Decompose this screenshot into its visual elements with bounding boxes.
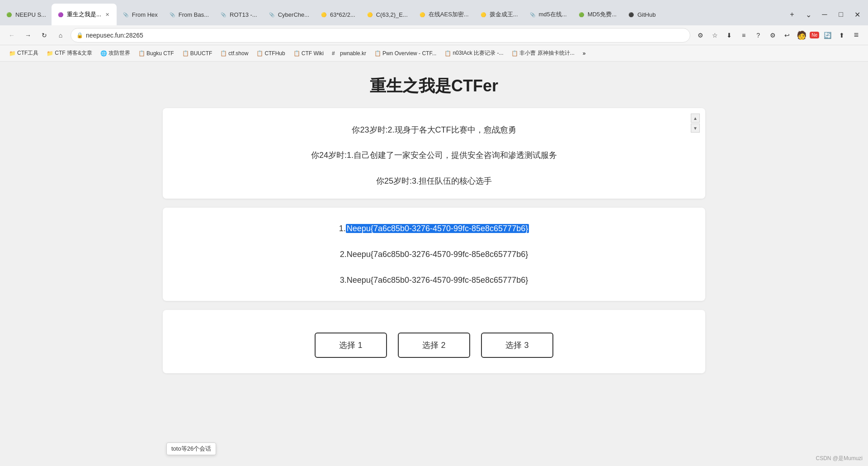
tab-list-button[interactable]: ⌄ bbox=[801, 7, 816, 22]
bookmark-item-5[interactable]: 📋ctf.show bbox=[217, 48, 252, 58]
tab-label-github: GitHub bbox=[637, 11, 656, 18]
option-1: 1.Neepu{7a6c85b0-3276-4570-99fc-85e8c657… bbox=[181, 222, 687, 235]
bookmark-label-7: CTF Wiki bbox=[302, 50, 324, 57]
new-tab-button[interactable]: + bbox=[785, 7, 799, 22]
new-badge: Ne bbox=[810, 32, 819, 38]
bookmark-button[interactable]: ☆ bbox=[708, 29, 721, 42]
bookmarks-more[interactable]: » bbox=[579, 48, 590, 58]
profile-button[interactable]: 🧑 bbox=[795, 29, 808, 42]
story-card: ▲ ▼ 你23岁时:2.现身于各大CTF比赛中，愈战愈勇你24岁时:1.自己创建… bbox=[163, 108, 705, 199]
tab-favicon-cyberche: 📎 bbox=[268, 11, 275, 18]
bookmark-icon-3: 📋 bbox=[138, 50, 145, 57]
options-card: 1.Neepu{7a6c85b0-3276-4570-99fc-85e8c657… bbox=[163, 208, 705, 301]
bookmark-label-9: Pwn Overview - CTF... bbox=[382, 50, 436, 57]
more-button[interactable]: ≡ bbox=[850, 29, 863, 42]
bookmark-icon-5: 📋 bbox=[220, 50, 226, 57]
close-window-button[interactable]: ✕ bbox=[850, 7, 864, 22]
story-item-2: 你25岁时:3.担任队伍的核心选手 bbox=[181, 174, 687, 188]
maximize-button[interactable]: □ bbox=[834, 7, 848, 22]
tab-github[interactable]: ⚫ GitHub bbox=[622, 4, 661, 25]
bookmark-icon-4: 📋 bbox=[182, 50, 189, 57]
scroll-down-button[interactable]: ▼ bbox=[691, 124, 700, 133]
bookmark-item-7[interactable]: 📋CTF Wiki bbox=[290, 48, 327, 58]
tab-favicon-frombase: 📎 bbox=[169, 11, 176, 18]
tab-close-active[interactable]: ✕ bbox=[104, 11, 111, 18]
watermark: CSDN @是Mumuzi bbox=[816, 455, 863, 462]
bookmark-icon-11: 📋 bbox=[511, 50, 518, 57]
back-button[interactable]: ← bbox=[5, 29, 18, 42]
scroll-up-button[interactable]: ▲ bbox=[691, 114, 700, 123]
reading-list-button[interactable]: ≡ bbox=[737, 29, 750, 42]
url-bar[interactable]: 🔒 neepusec.fun:28265 bbox=[71, 28, 690, 43]
tab-label-frombase: From Bas... bbox=[179, 11, 209, 18]
option-1-prefix: 1. bbox=[339, 224, 346, 233]
tab-favicon-aes: 🟡 bbox=[419, 11, 426, 18]
bookmark-icon-8: # bbox=[332, 50, 338, 57]
bookmark-item-10[interactable]: 📋n03tAck 比赛记录 -... bbox=[441, 48, 507, 59]
tab-frombase[interactable]: 📎 From Bas... bbox=[163, 4, 214, 25]
tab-fromhex[interactable]: 📎 From Hex bbox=[117, 4, 163, 25]
tab-favicon-md5free: 🟢 bbox=[578, 11, 585, 18]
tab-active[interactable]: 🟣 重生之我是... ✕ bbox=[52, 4, 117, 25]
refresh-button[interactable]: ↻ bbox=[38, 29, 51, 42]
tab-label-neepu: NEEPU S... bbox=[15, 11, 46, 18]
bookmark-label-6: CTFHub bbox=[264, 50, 285, 57]
tab-label-active: 重生之我是... bbox=[67, 10, 101, 19]
url-text: neepusec.fun:28265 bbox=[86, 32, 684, 39]
tab-label-fromhex: From Hex bbox=[132, 11, 158, 18]
bookmark-item-6[interactable]: 📋CTFHub bbox=[253, 48, 288, 58]
tab-calc2[interactable]: 🟡 C(63,2)_E... bbox=[361, 4, 413, 25]
story-item-1: 你24岁时:1.自己创建了一家安全公司，提供安全咨询和渗透测试服务 bbox=[181, 148, 687, 162]
tab-neepu[interactable]: 🟢 NEEPU S... bbox=[0, 4, 52, 25]
bookmark-icon-0: 📁 bbox=[9, 50, 15, 57]
nav-right-buttons: ⚙ ☆ ⬇ ≡ ? ⚙ ↩ 🧑 Ne 🔄 ⬆ ≡ bbox=[694, 29, 863, 42]
home-button[interactable]: ⌂ bbox=[54, 29, 67, 42]
bookmark-item-11[interactable]: 📋非小曹 原神抽卡统计... bbox=[508, 48, 578, 59]
choice-button-1[interactable]: 选择 1 bbox=[315, 333, 387, 358]
bookmark-label-0: CTF工具 bbox=[17, 49, 38, 57]
option-3: 3.Neepu{7a6c85b0-3276-4570-99fc-85e8c657… bbox=[181, 274, 687, 287]
extensions-button[interactable]: ⚙ bbox=[694, 29, 707, 42]
tab-favicon-github: ⚫ bbox=[627, 11, 635, 18]
bookmark-item-1[interactable]: 📁CTF 博客&文章 bbox=[43, 48, 96, 59]
choice-button-2[interactable]: 选择 2 bbox=[398, 333, 470, 358]
bookmark-item-9[interactable]: 📋Pwn Overview - CTF... bbox=[371, 48, 440, 58]
bookmark-item-3[interactable]: 📋Bugku CTF bbox=[135, 48, 178, 58]
share-button[interactable]: ⬆ bbox=[835, 29, 848, 42]
download-button[interactable]: ⬇ bbox=[723, 29, 736, 42]
bookmark-item-8[interactable]: #pwnable.kr bbox=[328, 48, 370, 58]
history-back-button[interactable]: ↩ bbox=[781, 29, 793, 42]
bookmark-icon-10: 📋 bbox=[444, 50, 451, 57]
choice-button-3[interactable]: 选择 3 bbox=[481, 333, 553, 358]
tab-md5free[interactable]: 🟢 MD5免费... bbox=[572, 4, 622, 25]
minimize-button[interactable]: ─ bbox=[817, 7, 832, 22]
choices-row: 选择 1选择 2选择 3 bbox=[315, 333, 553, 358]
tab-label-bjjcz: 拨金成王... bbox=[490, 10, 518, 19]
forward-button[interactable]: → bbox=[22, 29, 34, 42]
help-button[interactable]: ? bbox=[752, 29, 764, 42]
bookmark-icon-9: 📋 bbox=[374, 50, 381, 57]
bookmark-label-4: BUUCTF bbox=[190, 50, 212, 57]
page-title: 重生之我是CTFer bbox=[370, 75, 498, 97]
tab-favicon-fromhex: 📎 bbox=[122, 11, 129, 18]
bookmark-icon-7: 📋 bbox=[293, 50, 300, 57]
sync-button[interactable]: 🔄 bbox=[821, 29, 834, 42]
tooltip: toto等26个会话 bbox=[166, 442, 216, 455]
choices-card: 选择 1选择 2选择 3 bbox=[163, 310, 705, 373]
bookmark-item-4[interactable]: 📋BUUCTF bbox=[179, 48, 216, 58]
tab-rot13[interactable]: 📎 ROT13 -... bbox=[214, 4, 263, 25]
tab-calc1[interactable]: 🟡 63*62/2... bbox=[315, 4, 361, 25]
tab-bar: 🟢 NEEPU S... 🟣 重生之我是... ✕ 📎 From Hex 📎 F… bbox=[0, 0, 868, 25]
option-2: 2.Neepu{7a6c85b0-3276-4570-99fc-85e8c657… bbox=[181, 248, 687, 261]
tab-label-rot13: ROT13 -... bbox=[230, 11, 257, 18]
tab-aes[interactable]: 🟡 在线AES加密... bbox=[413, 4, 474, 25]
tab-favicon-calc2: 🟡 bbox=[366, 11, 373, 18]
settings-button[interactable]: ⚙ bbox=[766, 29, 779, 42]
tab-cyberche[interactable]: 📎 CyberChe... bbox=[263, 4, 315, 25]
bookmark-label-11: 非小曹 原神抽卡统计... bbox=[519, 49, 574, 57]
tab-md5online[interactable]: 📎 md5在线... bbox=[524, 4, 572, 25]
bookmark-item-2[interactable]: 🌐攻防世界 bbox=[97, 48, 134, 59]
bookmark-label-1: CTF 博客&文章 bbox=[55, 49, 92, 57]
bookmark-item-0[interactable]: 📁CTF工具 bbox=[5, 48, 42, 59]
tab-bjjcz[interactable]: 🟡 拨金成王... bbox=[474, 4, 524, 25]
